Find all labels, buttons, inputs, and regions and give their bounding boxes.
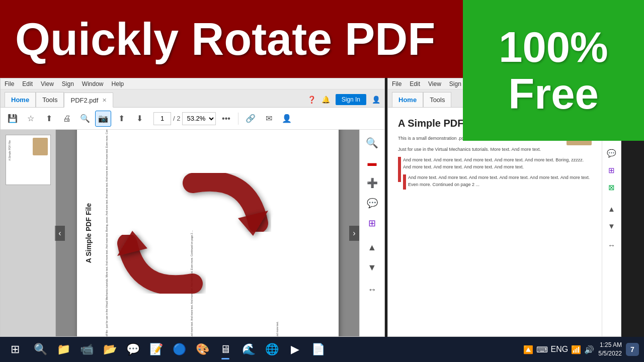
taskbar-app-search[interactable]: 🔍: [29, 338, 51, 360]
nav-arrow-right[interactable]: ›: [349, 226, 359, 241]
taskbar-app-zoom[interactable]: 📹: [75, 338, 98, 360]
taskbar-right: 🔼 ⌨ ENG 📶 🔊 1:25 AM 5/5/2022 7: [523, 341, 639, 358]
pdf-page-title-rotated: A Simple PDF File: [85, 203, 93, 263]
organize-tool[interactable]: ⊞: [363, 214, 381, 232]
taskbar-app-art[interactable]: 🎨: [191, 338, 213, 360]
menu-view[interactable]: View: [41, 80, 54, 87]
toolbar-left: 💾 ☆ ⬆ 🖨 🔍 📷 ⬆ ⬇ / 2 53.2% 50% 75% 100% •…: [1, 108, 384, 130]
taskbar-app-whatsapp[interactable]: 💬: [122, 338, 144, 360]
bell-icon[interactable]: 🔔: [321, 95, 331, 104]
expand-tool[interactable]: ↔: [363, 281, 381, 299]
add-comment-tool[interactable]: ➕: [363, 174, 381, 192]
edit-pdf-tool[interactable]: ▬: [363, 154, 381, 172]
taskbar-chevron[interactable]: 🔼: [523, 345, 533, 354]
menu-window[interactable]: Window: [82, 80, 104, 87]
pdf-content-left: A Simple PDF File ‹ A Simple PDF File Th…: [1, 130, 384, 336]
pdf-content-right: A Simple PDF File This is a small demons…: [388, 108, 621, 336]
tab-home-left[interactable]: Home: [5, 92, 36, 107]
bookmark-button[interactable]: ☆: [23, 111, 39, 127]
taskbar-app-files[interactable]: 📂: [99, 338, 121, 360]
export-tool-2[interactable]: ⊠: [604, 180, 619, 195]
upload-button[interactable]: ⬆: [41, 111, 57, 127]
taskbar-app-chrome-search[interactable]: 🔵: [168, 338, 190, 360]
pdf-col-2: And more text. And more text. And more t…: [190, 130, 273, 336]
page-nav: / 2: [153, 112, 180, 125]
red-bar-indicator: [398, 157, 401, 182]
pdf-text-area: This is a small demonstration .pdf file …: [105, 130, 334, 336]
comment-tool[interactable]: 💬: [363, 194, 381, 212]
comment-tool-2[interactable]: 💬: [604, 146, 619, 161]
scroll-up-2[interactable]: ▲: [604, 201, 619, 216]
more-options-button[interactable]: •••: [218, 111, 234, 127]
tab-bar-left: Home Tools PDF2.pdf ✕ ❓ 🔔 Sign In 👤: [1, 89, 384, 108]
menu-view-r[interactable]: View: [428, 80, 441, 87]
taskbar-sys-icons: 🔼 ⌨ ENG 📶 🔊: [523, 345, 595, 354]
taskbar-lang: ENG: [551, 345, 569, 354]
taskbar-apps: 🔍 📁 📹 📂 💬 📝 🔵 🎨 🖥 🌊 🌐 ▶ 📄: [29, 338, 329, 360]
user-share-button[interactable]: 👤: [279, 111, 295, 127]
menu-help[interactable]: Help: [112, 80, 124, 87]
taskbar-app-edge[interactable]: 🌊: [237, 338, 260, 360]
scroll-down-tool[interactable]: ▼: [363, 258, 381, 277]
expand-2[interactable]: ↔: [604, 237, 619, 252]
taskbar-clock[interactable]: 1:25 AM 5/5/2022: [598, 341, 622, 358]
pdf-right-main: A Simple PDF File This is a small demons…: [388, 108, 602, 336]
prev-page-button[interactable]: ⬆: [113, 111, 129, 127]
tab-right-section: ❓ 🔔 Sign In 👤: [307, 94, 384, 107]
zoom-out-button[interactable]: 🔍: [77, 111, 93, 127]
pdf-main: A Simple PDF File This is a small demons…: [56, 130, 359, 336]
thumb-avatar: [33, 138, 48, 155]
tab-close-pdf2[interactable]: ✕: [102, 97, 107, 104]
badge-text: 100% Free: [499, 24, 608, 118]
pdf-window-left: File Edit View Sign Window Help Home Too…: [0, 78, 385, 337]
taskbar-app-notepad[interactable]: 📝: [145, 338, 167, 360]
taskbar-num-badge: 7: [626, 343, 639, 356]
taskbar-app-explorer[interactable]: 📁: [52, 338, 74, 360]
tab-pdf2[interactable]: PDF2.pdf ✕: [64, 93, 113, 108]
link-button[interactable]: 🔗: [243, 111, 259, 127]
tab-tools-left[interactable]: Tools: [36, 92, 64, 107]
save-button[interactable]: 💾: [5, 111, 21, 127]
pdf-rotated-content: A Simple PDF File This is a small demons…: [77, 130, 339, 336]
taskbar-app-git[interactable]: ▶: [284, 338, 306, 360]
organize-tool-2[interactable]: ⊞: [604, 163, 619, 178]
snapshot-button[interactable]: 📷: [95, 111, 111, 127]
taskbar-volume[interactable]: 🔊: [584, 345, 594, 354]
help-icon[interactable]: ❓: [307, 95, 316, 104]
print-button[interactable]: 🖨: [59, 111, 75, 127]
free-badge: 100% Free: [463, 0, 644, 141]
right-tool-panel-2: ▬ ➕ 💬 ⊞ ⊠ ▲ ▼ ↔: [602, 108, 621, 336]
taskbar-app-chrome[interactable]: 🌐: [261, 338, 283, 360]
menu-edit-r[interactable]: Edit: [410, 80, 420, 87]
taskbar-app-devtools[interactable]: 🖥: [214, 338, 236, 360]
right-tool-panel-left: 🔍 ▬ ➕ 💬 ⊞ ▲ ▼ ↔: [359, 130, 384, 336]
email-button[interactable]: ✉: [261, 111, 277, 127]
user-icon[interactable]: 👤: [371, 95, 380, 104]
menu-file[interactable]: File: [5, 80, 14, 87]
pdf-right-para2: And more text. And more text. And more t…: [398, 157, 592, 170]
tab-home-right[interactable]: Home: [392, 92, 423, 107]
scroll-up-tool[interactable]: ▲: [363, 238, 381, 256]
menu-sign[interactable]: Sign: [62, 80, 74, 87]
zoom-tool[interactable]: 🔍: [363, 134, 381, 152]
menu-edit[interactable]: Edit: [22, 80, 33, 87]
scroll-down-2[interactable]: ▼: [604, 218, 619, 233]
zoom-select[interactable]: 53.2% 50% 75% 100%: [182, 112, 216, 125]
nav-arrow-left[interactable]: ‹: [55, 226, 65, 241]
taskbar-wifi[interactable]: 📶: [571, 345, 581, 354]
sign-in-button[interactable]: Sign In: [336, 94, 366, 105]
banner-title: Quickly Rotate PDF: [0, 17, 435, 62]
red-bar-indicator2: [403, 174, 406, 190]
pdf-page: A Simple PDF File This is a small demons…: [77, 130, 339, 336]
toolbar-separator: [238, 113, 238, 125]
taskbar-keyboard[interactable]: ⌨: [536, 345, 548, 354]
page-number-input[interactable]: [153, 112, 171, 125]
pdf-thumbnail[interactable]: A Simple PDF File: [6, 135, 51, 185]
pdf-right-para3: And more text. And more text. And more t…: [398, 174, 592, 188]
menu-sign-r[interactable]: Sign: [449, 80, 461, 87]
next-page-button[interactable]: ⬇: [131, 111, 147, 127]
start-button[interactable]: ⊞: [5, 339, 25, 359]
tab-tools-right[interactable]: Tools: [423, 92, 451, 107]
taskbar-app-acrobat[interactable]: 📄: [307, 338, 329, 360]
menu-file-r[interactable]: File: [392, 80, 401, 87]
